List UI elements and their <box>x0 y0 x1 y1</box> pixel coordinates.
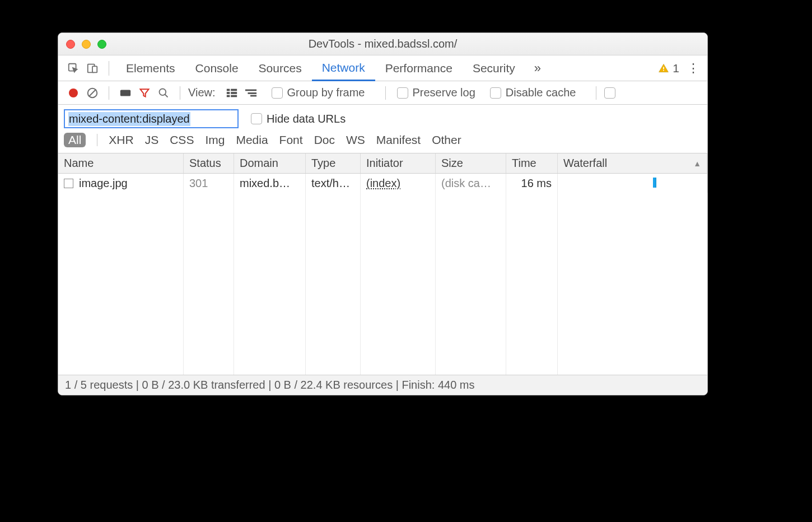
col-type[interactable]: Type <box>306 153 361 173</box>
network-table: Name Status Domain Type Initiator Size T… <box>58 153 707 375</box>
tab-network[interactable]: Network <box>312 55 375 81</box>
kebab-menu-icon[interactable]: ⋮ <box>685 61 702 76</box>
svg-rect-3 <box>663 67 664 69</box>
svg-rect-4 <box>663 69 664 71</box>
waterfall-bar <box>653 178 656 188</box>
svg-rect-15 <box>231 92 237 94</box>
filter-js[interactable]: JS <box>145 133 159 147</box>
filter-icon[interactable] <box>136 85 153 101</box>
clear-button[interactable] <box>84 85 101 101</box>
view-label: View: <box>188 86 216 99</box>
filter-other[interactable]: Other <box>432 133 461 147</box>
filter-manifest[interactable]: Manifest <box>376 133 421 147</box>
svg-rect-2 <box>92 66 97 72</box>
cell-domain: mixed.b… <box>234 174 306 193</box>
panel-tabs: Elements Console Sources Network Perform… <box>58 55 707 81</box>
col-domain[interactable]: Domain <box>234 153 306 173</box>
filter-all[interactable]: All <box>64 133 86 147</box>
svg-line-11 <box>165 94 168 97</box>
svg-line-7 <box>89 89 96 96</box>
col-name[interactable]: Name <box>58 153 184 173</box>
filter-input[interactable]: mixed-content:displayed <box>64 109 239 128</box>
status-text: 1 / 5 requests | 0 B / 23.0 KB transferr… <box>65 379 475 392</box>
filter-doc[interactable]: Doc <box>314 133 335 147</box>
table-row[interactable]: image.jpg 301 mixed.b… text/h… (index) (… <box>58 174 707 193</box>
large-rows-icon[interactable] <box>223 85 240 101</box>
preserve-log-checkbox[interactable]: Preserve log <box>397 86 475 99</box>
filter-media[interactable]: Media <box>236 133 268 147</box>
tab-performance[interactable]: Performance <box>375 55 463 81</box>
maximize-window-button[interactable] <box>97 40 106 49</box>
cell-initiator[interactable]: (index) <box>366 177 400 190</box>
separator <box>109 61 109 76</box>
cell-type: text/h… <box>306 174 361 193</box>
filter-xhr[interactable]: XHR <box>109 133 133 147</box>
col-size[interactable]: Size <box>436 153 506 173</box>
svg-point-5 <box>69 88 78 97</box>
checkbox-icon <box>272 87 283 99</box>
hide-data-urls-label: Hide data URLs <box>267 113 346 125</box>
tab-security[interactable]: Security <box>463 55 525 81</box>
warnings-count: 1 <box>673 62 679 75</box>
device-toolbar-icon[interactable] <box>83 59 102 78</box>
table-header: Name Status Domain Type Initiator Size T… <box>58 153 707 174</box>
col-time[interactable]: Time <box>506 153 558 173</box>
network-toolbar: View: Group by frame Preserve log Disabl… <box>58 81 707 105</box>
search-icon[interactable] <box>155 85 172 101</box>
checkbox-icon <box>490 87 501 99</box>
col-status[interactable]: Status <box>184 153 234 173</box>
devtools-window: DevTools - mixed.badssl.com/ Elements Co… <box>58 32 708 395</box>
svg-rect-19 <box>248 92 256 94</box>
status-bar: 1 / 5 requests | 0 B / 23.0 KB transferr… <box>58 375 707 395</box>
filter-ws[interactable]: WS <box>346 133 365 147</box>
checkbox-icon <box>604 87 615 99</box>
cell-size: (disk ca… <box>436 174 506 193</box>
warnings-badge[interactable]: 1 <box>658 62 679 75</box>
tab-console[interactable]: Console <box>185 55 249 81</box>
filter-img[interactable]: Img <box>205 133 225 147</box>
svg-rect-12 <box>226 88 230 91</box>
table-body: image.jpg 301 mixed.b… text/h… (index) (… <box>58 174 707 375</box>
more-tabs-icon[interactable]: » <box>534 61 541 76</box>
inspect-icon[interactable] <box>64 59 83 78</box>
type-filters: All XHR JS CSS Img Media Font Doc WS Man… <box>58 132 707 153</box>
group-by-frame-checkbox[interactable]: Group by frame <box>272 86 365 99</box>
tab-sources[interactable]: Sources <box>249 55 312 81</box>
svg-rect-13 <box>231 88 237 91</box>
svg-rect-17 <box>231 95 237 97</box>
separator <box>385 86 386 100</box>
filter-row: mixed-content:displayed Hide data URLs <box>58 105 707 132</box>
checkbox-icon <box>397 87 408 99</box>
svg-rect-16 <box>226 95 230 97</box>
window-title: DevTools - mixed.badssl.com/ <box>58 38 707 50</box>
hide-data-urls-checkbox[interactable]: Hide data URLs <box>251 113 346 125</box>
svg-rect-14 <box>226 92 230 94</box>
separator <box>180 86 180 100</box>
file-icon <box>64 179 73 188</box>
record-button[interactable] <box>65 85 82 101</box>
sort-asc-icon: ▲ <box>693 159 701 168</box>
overview-icon[interactable] <box>242 85 259 101</box>
separator <box>596 86 596 100</box>
checkbox-icon <box>251 113 262 124</box>
svg-point-10 <box>160 88 166 95</box>
filter-value: mixed-content:displayed <box>68 112 190 126</box>
col-waterfall[interactable]: Waterfall ▲ <box>558 153 707 173</box>
offline-checkbox[interactable] <box>604 87 620 99</box>
filter-font[interactable]: Font <box>279 133 303 147</box>
cell-time: 16 ms <box>506 174 558 193</box>
cell-status: 301 <box>184 174 234 193</box>
separator <box>97 134 97 146</box>
close-window-button[interactable] <box>66 40 75 49</box>
tab-elements[interactable]: Elements <box>116 55 185 81</box>
screenshots-icon[interactable] <box>117 85 134 101</box>
disable-cache-checkbox[interactable]: Disable cache <box>490 86 576 99</box>
cell-waterfall <box>558 174 707 193</box>
disable-cache-label: Disable cache <box>506 86 576 99</box>
minimize-window-button[interactable] <box>82 40 91 49</box>
col-initiator[interactable]: Initiator <box>361 153 436 173</box>
window-controls <box>58 40 106 49</box>
svg-rect-18 <box>245 89 256 91</box>
filter-css[interactable]: CSS <box>170 133 194 147</box>
svg-rect-20 <box>250 95 256 96</box>
